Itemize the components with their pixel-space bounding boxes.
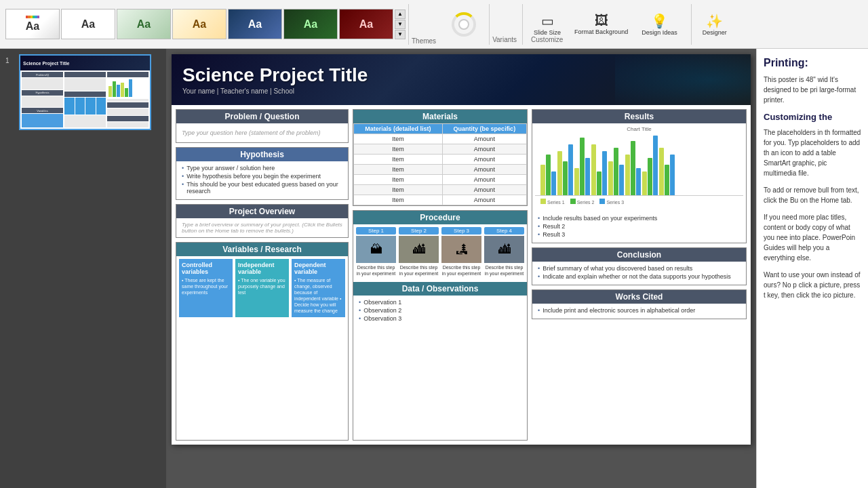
themes-scroll: Aa Aa Aa Aa Aa [5,9,393,39]
problem-section: Problem / Question Type your question he… [176,109,349,143]
scroll-expand[interactable]: ▼ [395,30,406,39]
designer-section: ✨ Designer [691,4,738,45]
designer-label: Designer [703,29,727,36]
results-header: Results [532,110,746,123]
step-1-desc[interactable]: Describe this step in your experiment [356,264,396,277]
overview-body: Type a brief overview or summary of your… [176,218,348,237]
designer-icon: ✨ [706,13,723,29]
result-bullet-2[interactable]: Result 2 [538,223,741,230]
step-3-desc[interactable]: Describe this step in your experiment [441,264,481,277]
obs-2[interactable]: Observation 2 [359,307,521,314]
controlled-var-box[interactable]: Controlled variables • These are kept th… [179,259,233,317]
designer-button[interactable]: ✨ Designer [697,10,732,39]
chart-legend: Series 1 Series 2 Series 3 [535,196,743,207]
step-4-img: 🏙 [484,236,524,263]
independent-title: Independent variable [238,262,286,275]
conclusion-bullet-1[interactable]: Brief summary of what you discovered bas… [538,265,741,272]
design-ideas-label: Design Ideas [642,29,677,36]
customize-label: Customize [531,36,563,45]
design-ideas-icon: 💡 [651,13,668,29]
customize-section: ▭ Slide Size 🖼 Format Background 💡 Desig… [522,4,688,45]
result-bullet-3[interactable]: Result 3 [538,231,741,238]
step-3-label: Step 3 [441,227,481,235]
variables-row: Controlled variables • These are kept th… [176,256,348,320]
panel-p2: The placeholders in th formatted for you… [764,127,861,178]
step-3: Step 3 🏞 Describe this step in your expe… [441,227,481,277]
design-ideas-button[interactable]: 💡 Design Ideas [636,10,683,39]
hypothesis-bullet-1[interactable]: Type your answer / solution here [182,165,342,171]
theme-4[interactable]: Aa [172,9,226,39]
overview-header: Project Overview [176,205,348,218]
variables-section: Variables / Research Controlled variable… [176,242,349,441]
materials-col2: Quantity (be specific) [442,124,526,134]
theme-2[interactable]: Aa [61,9,115,39]
slide-subtitle: Your name | Teacher's name | School [182,87,740,95]
slide-canvas-area: Science Project Title Your name | Teache… [166,49,756,488]
hypothesis-bullet-3[interactable]: This should be your best educated guess … [182,181,342,195]
works-cited-header: Works Cited [532,290,746,304]
slide-size-button[interactable]: ▭ Slide Size [528,10,566,39]
conclusion-header: Conclusion [532,248,746,262]
slide-canvas[interactable]: Science Project Title Your name | Teache… [172,54,751,445]
toolbar: Aa Aa Aa Aa Aa [0,0,868,49]
controlled-title: Controlled variables [182,262,230,275]
step-4-label: Step 4 [484,227,524,235]
slide-number-1: 1 [5,57,15,64]
step-4: Step 4 🏙 Describe this step in your expe… [484,227,524,277]
works-cited-text[interactable]: Include print and electronic sources in … [538,307,741,314]
scroll-arrows: ▲ ▼ ▼ [395,9,406,39]
conclusion-bullet-2[interactable]: Indicate and explain whether or not the … [538,273,741,280]
theme-7[interactable]: Aa [339,9,393,39]
data-body: Observation 1 Observation 2 Observation … [353,296,527,327]
independent-var-box[interactable]: Independent variable • The one variable … [235,259,289,317]
panel-p1: This poster is 48" wid It's designed to … [764,75,861,105]
conclusion-section: Conclusion Brief summary of what you dis… [532,247,747,285]
scroll-up[interactable]: ▲ [395,9,406,19]
format-background-button[interactable]: 🖼 Format Background [569,10,633,38]
step-2-desc[interactable]: Describe this step in your experiment [399,264,439,277]
obs-3[interactable]: Observation 3 [359,315,521,322]
hypothesis-bullet-2[interactable]: Write hypothesis before you begin the ex… [182,173,342,180]
variants-label: Variants [489,4,519,45]
results-section: Results Chart Title [532,109,747,243]
theme-3[interactable]: Aa [117,9,171,39]
step-2-img: 🏙 [399,236,439,263]
works-cited-body: Include print and electronic sources in … [532,304,746,319]
overview-section: Project Overview Type a brief overview o… [176,204,349,238]
result-bullet-1[interactable]: Include results based on your experiment… [538,215,741,222]
theme-1[interactable]: Aa [5,9,60,39]
table-row: ItemAmount [354,175,527,185]
problem-text[interactable]: Type your question here (statement of th… [182,127,342,139]
right-panel: Printing: This poster is 48" wid It's de… [756,49,868,488]
step-4-desc[interactable]: Describe this step in your experiment [484,264,524,277]
step-1-img: 🏔 [356,236,396,263]
overview-text[interactable]: Type a brief overview or summary of your… [182,222,342,234]
works-cited-section: Works Cited Include print and electronic… [532,289,747,319]
procedure-header: Procedure [353,211,527,224]
table-row: ItemAmount [354,155,527,165]
themes-group: Aa Aa Aa Aa Aa [5,9,406,39]
col-mid: Materials Materials (detailed list) Quan… [353,109,528,441]
variables-header: Variables / Research [176,243,348,256]
spin-area [447,7,481,41]
controlled-desc: • These are kept the same throughout you… [182,277,230,296]
theme-5[interactable]: Aa [228,9,282,39]
scroll-down[interactable]: ▼ [395,20,406,29]
problem-header: Problem / Question [176,110,348,123]
col-right: Results Chart Title [532,109,747,441]
step-2: Step 2 🏙 Describe this step in your expe… [399,227,439,277]
slide-1-container: 1 Science Project Title Problem/Q Hypoth… [5,54,161,130]
chart-bars-container [535,135,743,196]
slide-title[interactable]: Science Project Title [182,64,740,86]
steps-row: Step 1 🏔 Describe this step in your expe… [353,224,527,279]
dependent-var-box[interactable]: Dependent variable • The measure of chan… [292,259,345,317]
themes-label: Themes [412,37,436,45]
theme-6[interactable]: Aa [283,9,338,39]
step-3-img: 🏞 [441,236,481,263]
spin-indicator [452,12,476,37]
dependent-title: Dependent variable [294,262,342,275]
obs-1[interactable]: Observation 1 [359,299,521,306]
panel-p3: To add or remove bull from text, click t… [764,185,861,205]
slide-thumbnail-1[interactable]: Science Project Title Problem/Q Hypothes… [19,54,151,130]
slide-content: Problem / Question Type your question he… [172,105,751,445]
